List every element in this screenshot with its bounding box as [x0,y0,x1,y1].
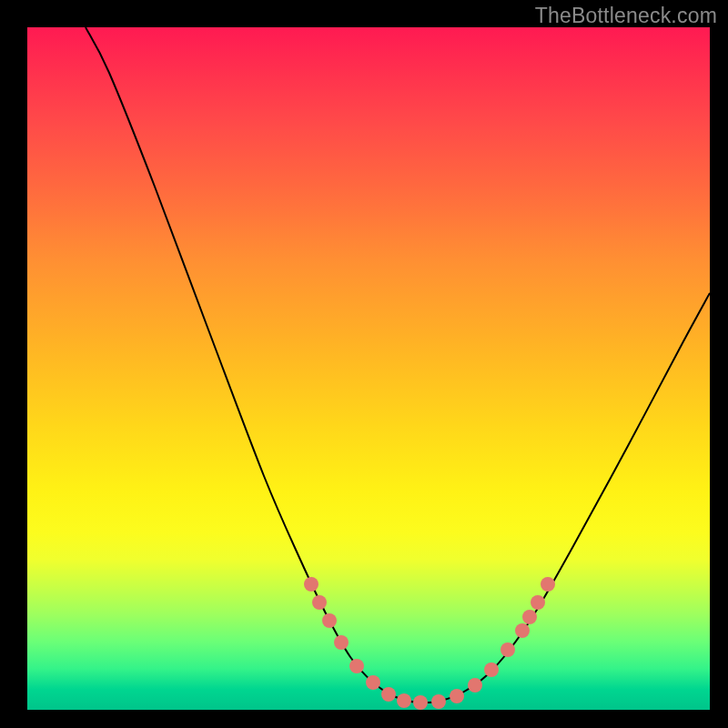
watermark-text: TheBottleneck.com [535,4,717,28]
chart-frame [27,27,710,710]
curve-marker [349,659,364,673]
curve-marker [522,610,537,624]
curve-marker [366,675,380,690]
curve-marker [450,689,464,703]
curve-marker [541,577,555,592]
bottleneck-curve [86,27,710,703]
curve-marker [397,693,411,708]
curve-marker [500,642,515,657]
chart-plot [27,27,710,710]
curve-marker [531,595,545,610]
curve-marker [304,577,318,592]
curve-marker [322,613,337,628]
curve-marker [515,623,530,638]
curve-marker [413,695,428,710]
curve-markers [304,577,555,710]
curve-marker [334,635,349,650]
curve-marker [468,678,482,693]
curve-marker [484,662,499,677]
curve-marker [312,595,327,610]
curve-marker [381,687,396,702]
curve-marker [431,694,446,709]
